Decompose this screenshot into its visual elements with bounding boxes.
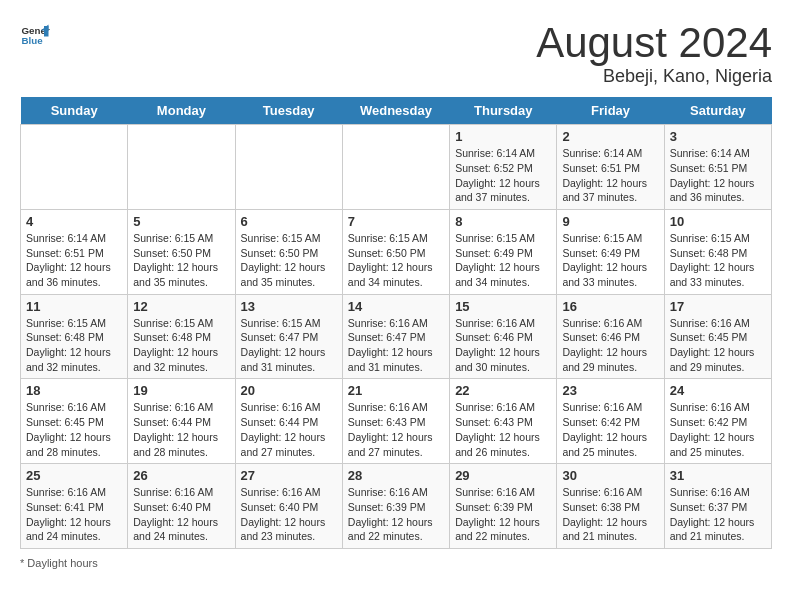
day-header-monday: Monday xyxy=(128,97,235,125)
day-info: Sunrise: 6:14 AMSunset: 6:51 PMDaylight:… xyxy=(670,146,766,205)
day-info: Sunrise: 6:15 AMSunset: 6:50 PMDaylight:… xyxy=(348,231,444,290)
calendar-cell: 5Sunrise: 6:15 AMSunset: 6:50 PMDaylight… xyxy=(128,209,235,294)
day-info: Sunrise: 6:16 AMSunset: 6:42 PMDaylight:… xyxy=(562,400,658,459)
calendar-cell: 21Sunrise: 6:16 AMSunset: 6:43 PMDayligh… xyxy=(342,379,449,464)
footer-note: * Daylight hours xyxy=(20,557,772,569)
logo: General Blue xyxy=(20,20,50,50)
subtitle: Bebeji, Kano, Nigeria xyxy=(536,66,772,87)
calendar-cell xyxy=(128,125,235,210)
day-info: Sunrise: 6:16 AMSunset: 6:47 PMDaylight:… xyxy=(348,316,444,375)
week-row-1: 1Sunrise: 6:14 AMSunset: 6:52 PMDaylight… xyxy=(21,125,772,210)
day-number: 6 xyxy=(241,214,337,229)
day-number: 31 xyxy=(670,468,766,483)
calendar-cell xyxy=(21,125,128,210)
day-number: 18 xyxy=(26,383,122,398)
day-number: 3 xyxy=(670,129,766,144)
day-info: Sunrise: 6:16 AMSunset: 6:41 PMDaylight:… xyxy=(26,485,122,544)
week-row-5: 25Sunrise: 6:16 AMSunset: 6:41 PMDayligh… xyxy=(21,464,772,549)
day-number: 5 xyxy=(133,214,229,229)
calendar-cell: 1Sunrise: 6:14 AMSunset: 6:52 PMDaylight… xyxy=(450,125,557,210)
svg-text:Blue: Blue xyxy=(22,35,44,46)
calendar-cell: 28Sunrise: 6:16 AMSunset: 6:39 PMDayligh… xyxy=(342,464,449,549)
day-number: 29 xyxy=(455,468,551,483)
calendar-cell: 7Sunrise: 6:15 AMSunset: 6:50 PMDaylight… xyxy=(342,209,449,294)
day-number: 8 xyxy=(455,214,551,229)
calendar-table: SundayMondayTuesdayWednesdayThursdayFrid… xyxy=(20,97,772,549)
day-number: 20 xyxy=(241,383,337,398)
day-info: Sunrise: 6:14 AMSunset: 6:52 PMDaylight:… xyxy=(455,146,551,205)
calendar-cell: 16Sunrise: 6:16 AMSunset: 6:46 PMDayligh… xyxy=(557,294,664,379)
day-info: Sunrise: 6:16 AMSunset: 6:43 PMDaylight:… xyxy=(455,400,551,459)
calendar-cell: 29Sunrise: 6:16 AMSunset: 6:39 PMDayligh… xyxy=(450,464,557,549)
day-header-sunday: Sunday xyxy=(21,97,128,125)
day-number: 12 xyxy=(133,299,229,314)
week-row-4: 18Sunrise: 6:16 AMSunset: 6:45 PMDayligh… xyxy=(21,379,772,464)
calendar-cell: 19Sunrise: 6:16 AMSunset: 6:44 PMDayligh… xyxy=(128,379,235,464)
calendar-cell: 13Sunrise: 6:15 AMSunset: 6:47 PMDayligh… xyxy=(235,294,342,379)
calendar-cell: 30Sunrise: 6:16 AMSunset: 6:38 PMDayligh… xyxy=(557,464,664,549)
week-row-2: 4Sunrise: 6:14 AMSunset: 6:51 PMDaylight… xyxy=(21,209,772,294)
header: General Blue August 2024 Bebeji, Kano, N… xyxy=(20,20,772,87)
day-number: 27 xyxy=(241,468,337,483)
day-info: Sunrise: 6:16 AMSunset: 6:38 PMDaylight:… xyxy=(562,485,658,544)
day-header-wednesday: Wednesday xyxy=(342,97,449,125)
day-number: 13 xyxy=(241,299,337,314)
day-info: Sunrise: 6:16 AMSunset: 6:40 PMDaylight:… xyxy=(133,485,229,544)
day-number: 22 xyxy=(455,383,551,398)
logo-icon: General Blue xyxy=(20,20,50,50)
day-info: Sunrise: 6:15 AMSunset: 6:50 PMDaylight:… xyxy=(133,231,229,290)
day-number: 28 xyxy=(348,468,444,483)
day-info: Sunrise: 6:16 AMSunset: 6:43 PMDaylight:… xyxy=(348,400,444,459)
day-number: 24 xyxy=(670,383,766,398)
day-info: Sunrise: 6:16 AMSunset: 6:45 PMDaylight:… xyxy=(670,316,766,375)
calendar-cell: 31Sunrise: 6:16 AMSunset: 6:37 PMDayligh… xyxy=(664,464,771,549)
calendar-cell: 17Sunrise: 6:16 AMSunset: 6:45 PMDayligh… xyxy=(664,294,771,379)
day-info: Sunrise: 6:15 AMSunset: 6:50 PMDaylight:… xyxy=(241,231,337,290)
title-area: August 2024 Bebeji, Kano, Nigeria xyxy=(536,20,772,87)
day-info: Sunrise: 6:16 AMSunset: 6:37 PMDaylight:… xyxy=(670,485,766,544)
day-number: 19 xyxy=(133,383,229,398)
day-info: Sunrise: 6:15 AMSunset: 6:48 PMDaylight:… xyxy=(26,316,122,375)
calendar-cell: 23Sunrise: 6:16 AMSunset: 6:42 PMDayligh… xyxy=(557,379,664,464)
day-info: Sunrise: 6:15 AMSunset: 6:48 PMDaylight:… xyxy=(670,231,766,290)
day-number: 23 xyxy=(562,383,658,398)
day-info: Sunrise: 6:16 AMSunset: 6:45 PMDaylight:… xyxy=(26,400,122,459)
main-title: August 2024 xyxy=(536,20,772,66)
day-info: Sunrise: 6:16 AMSunset: 6:44 PMDaylight:… xyxy=(133,400,229,459)
day-header-thursday: Thursday xyxy=(450,97,557,125)
day-number: 26 xyxy=(133,468,229,483)
calendar-cell: 25Sunrise: 6:16 AMSunset: 6:41 PMDayligh… xyxy=(21,464,128,549)
day-info: Sunrise: 6:15 AMSunset: 6:47 PMDaylight:… xyxy=(241,316,337,375)
day-info: Sunrise: 6:16 AMSunset: 6:39 PMDaylight:… xyxy=(455,485,551,544)
calendar-cell: 18Sunrise: 6:16 AMSunset: 6:45 PMDayligh… xyxy=(21,379,128,464)
calendar-cell: 26Sunrise: 6:16 AMSunset: 6:40 PMDayligh… xyxy=(128,464,235,549)
day-number: 21 xyxy=(348,383,444,398)
calendar-cell: 6Sunrise: 6:15 AMSunset: 6:50 PMDaylight… xyxy=(235,209,342,294)
day-header-saturday: Saturday xyxy=(664,97,771,125)
calendar-cell: 4Sunrise: 6:14 AMSunset: 6:51 PMDaylight… xyxy=(21,209,128,294)
day-number: 10 xyxy=(670,214,766,229)
day-info: Sunrise: 6:16 AMSunset: 6:46 PMDaylight:… xyxy=(562,316,658,375)
day-number: 2 xyxy=(562,129,658,144)
day-info: Sunrise: 6:16 AMSunset: 6:40 PMDaylight:… xyxy=(241,485,337,544)
day-number: 7 xyxy=(348,214,444,229)
day-info: Sunrise: 6:15 AMSunset: 6:49 PMDaylight:… xyxy=(562,231,658,290)
day-number: 15 xyxy=(455,299,551,314)
day-number: 30 xyxy=(562,468,658,483)
day-number: 11 xyxy=(26,299,122,314)
calendar-cell: 3Sunrise: 6:14 AMSunset: 6:51 PMDaylight… xyxy=(664,125,771,210)
calendar-cell: 20Sunrise: 6:16 AMSunset: 6:44 PMDayligh… xyxy=(235,379,342,464)
calendar-cell: 14Sunrise: 6:16 AMSunset: 6:47 PMDayligh… xyxy=(342,294,449,379)
day-info: Sunrise: 6:14 AMSunset: 6:51 PMDaylight:… xyxy=(562,146,658,205)
days-header-row: SundayMondayTuesdayWednesdayThursdayFrid… xyxy=(21,97,772,125)
calendar-cell: 8Sunrise: 6:15 AMSunset: 6:49 PMDaylight… xyxy=(450,209,557,294)
week-row-3: 11Sunrise: 6:15 AMSunset: 6:48 PMDayligh… xyxy=(21,294,772,379)
day-info: Sunrise: 6:14 AMSunset: 6:51 PMDaylight:… xyxy=(26,231,122,290)
day-number: 4 xyxy=(26,214,122,229)
calendar-cell: 2Sunrise: 6:14 AMSunset: 6:51 PMDaylight… xyxy=(557,125,664,210)
calendar-cell: 22Sunrise: 6:16 AMSunset: 6:43 PMDayligh… xyxy=(450,379,557,464)
day-number: 16 xyxy=(562,299,658,314)
calendar-cell xyxy=(342,125,449,210)
day-info: Sunrise: 6:16 AMSunset: 6:42 PMDaylight:… xyxy=(670,400,766,459)
calendar-cell: 10Sunrise: 6:15 AMSunset: 6:48 PMDayligh… xyxy=(664,209,771,294)
